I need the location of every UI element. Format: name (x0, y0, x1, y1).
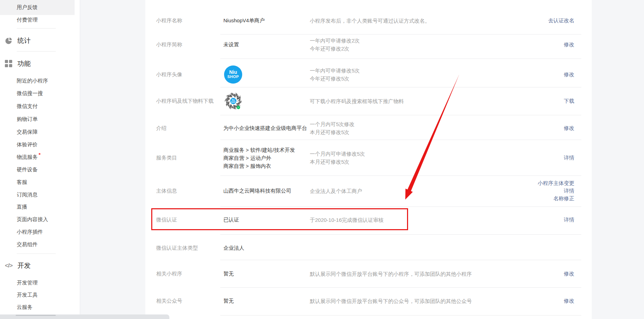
row-label: 相关公众号 (156, 298, 182, 304)
row-actions: 修改 (564, 41, 574, 48)
row-actions: 详情 (564, 216, 574, 224)
row-description: 可下载小程序码及搜索框等线下推广物料 (310, 97, 404, 105)
row-description: 一个月内可5次修改 本月还可修改5次 (310, 120, 354, 136)
row-divider (220, 287, 581, 288)
row-divider (220, 115, 581, 115)
sidebar-section-features[interactable]: 功能 (17, 59, 31, 68)
sidebar-divider-line (80, 0, 80, 319)
modify-link[interactable]: 修改 (564, 71, 574, 78)
row-divider (220, 234, 581, 235)
row-description: 一年内可申请修改5次 今年还可修改5次 (310, 67, 360, 83)
row-value: 企业法人 (223, 245, 244, 251)
sidebar-item-logistics-service[interactable]: 物流服务 (17, 154, 40, 161)
red-dot-badge (39, 153, 40, 155)
row-label: 小程序名称 (156, 17, 182, 24)
sidebar-item-shopping-orders[interactable]: 购物订单 (17, 116, 38, 123)
red-highlight-box (151, 208, 408, 230)
row-actions: 下载 (564, 97, 574, 105)
row-label: 服务类目 (156, 155, 177, 161)
sidebar-section-development[interactable]: 开发 (17, 261, 31, 270)
row-actions: 去认证改名 (548, 17, 574, 24)
row-actions: 小程序主体变更 详情 名称修正 (538, 179, 574, 202)
row-actions: 详情 (564, 154, 574, 162)
sidebar-item-dev-tools[interactable]: 开发工具 (17, 292, 38, 298)
modify-link[interactable]: 修改 (564, 124, 574, 132)
row-divider (220, 207, 581, 207)
sidebar-item-wechat-pay[interactable]: 微信支付 (17, 103, 38, 110)
sidebar-section-statistics[interactable]: 统计 (17, 36, 31, 45)
row-value: Niu SHOP ✓ (224, 92, 243, 110)
row-description: 一年内可申请修改2次 今年还可修改2次 (310, 37, 360, 53)
sidebar-item-wechat-search[interactable]: 微信搜一搜 (17, 90, 43, 97)
row-description: 默认展示同个微信开放平台账号下的小程序，可添加团队的其他小程序 (310, 270, 472, 278)
row-description: 小程序发布后，非个人类账号可通过认证方式改名。 (310, 17, 430, 25)
code-icon: </> (5, 262, 13, 270)
row-divider (220, 87, 581, 87)
row-divider (220, 34, 581, 34)
row-value: 商业服务 > 软件/建站/技术开发 商家自营 > 运动户外 商家自营 > 服饰内… (223, 146, 295, 170)
row-description: 默认展示同个微信开放平台账号下的公众号，可添加团队的其他公众号 (310, 297, 472, 305)
sidebar-item-live-streaming[interactable]: 直播 (17, 204, 27, 210)
sidebar-item-transaction-guarantee[interactable]: 交易保障 (17, 129, 38, 135)
svg-text:Niu: Niu (232, 99, 235, 101)
row-label: 相关小程序 (156, 271, 182, 277)
row-actions: 修改 (564, 297, 574, 305)
rename-via-verification-link[interactable]: 去认证改名 (548, 17, 574, 24)
sidebar-item-transaction-components[interactable]: 交易组件 (17, 241, 38, 248)
scrollbar-thumb[interactable] (16, 315, 56, 316)
sidebar-section-divider (17, 51, 56, 52)
row-actions: 修改 (564, 270, 574, 278)
row-value: 暂无 (223, 271, 234, 277)
pie-chart-icon (5, 37, 13, 45)
row-value: 山西牛之云网络科技有限公司 (223, 188, 291, 194)
row-divider (220, 315, 581, 316)
sidebar: 用户反馈 付费管理 统计 功能 附近的小程序 微信搜一搜 微信支付 购物订单 交… (0, 0, 80, 319)
row-label: 主体信息 (156, 188, 177, 194)
sidebar-item-customer-service[interactable]: 客服 (17, 179, 27, 186)
svg-text:✓: ✓ (237, 106, 239, 109)
sidebar-item-miniprogram-plugins[interactable]: 小程序插件 (17, 229, 43, 235)
sidebar-item-hardware-devices[interactable]: 硬件设备 (17, 166, 38, 173)
row-value: NiushopV4单商户 (223, 17, 264, 24)
sidebar-item-payment-management[interactable]: 付费管理 (17, 17, 38, 23)
svg-text:SHOP: SHOP (231, 101, 236, 103)
miniprogram-qr-code: Niu SHOP ✓ (224, 92, 243, 110)
name-correction-link[interactable]: 名称修正 (538, 195, 574, 202)
row-value: Niu SHOP (224, 65, 242, 84)
sidebar-section-divider (17, 254, 56, 254)
sidebar-item-experience-rating[interactable]: 体验评价 (17, 141, 38, 148)
entity-change-link[interactable]: 小程序主体变更 (538, 179, 574, 187)
row-value: 为中小企业快速搭建企业级电商平台 (223, 125, 307, 132)
row-label: 微信认证主体类型 (156, 245, 198, 251)
modify-link[interactable]: 修改 (564, 270, 574, 278)
row-label: 小程序码及线下物料下载 (156, 98, 214, 104)
grid-icon (5, 60, 13, 68)
miniprogram-avatar-image: Niu SHOP (224, 65, 242, 84)
row-label: 小程序简称 (156, 41, 182, 48)
sidebar-item-subscription-messages[interactable]: 订阅消息 (17, 192, 38, 198)
row-description: 一个月内可申请修改5次 本月还可修改5次 (310, 150, 365, 166)
sidebar-item-cloud-services[interactable]: 云服务 (17, 304, 32, 311)
details-link[interactable]: 详情 (564, 216, 574, 224)
download-link[interactable]: 下载 (564, 97, 574, 105)
details-link[interactable]: 详情 (564, 154, 574, 162)
sidebar-item-page-content-access[interactable]: 页面内容接入 (17, 216, 48, 223)
sidebar-item-dev-management[interactable]: 开发管理 (17, 280, 38, 286)
sidebar-item-user-feedback[interactable]: 用户反馈 (17, 4, 38, 11)
row-value: 未设置 (223, 41, 239, 48)
row-description: 企业法人及个体工商户 (310, 187, 362, 195)
row-label: 介绍 (156, 125, 167, 132)
horizontal-scrollbar[interactable] (0, 314, 169, 319)
row-divider (220, 176, 581, 176)
modify-link[interactable]: 修改 (564, 297, 574, 305)
row-actions: 修改 (564, 124, 574, 132)
details-link[interactable]: 详情 (538, 187, 574, 195)
sidebar-item-nearby-miniprograms[interactable]: 附近的小程序 (17, 78, 48, 84)
row-divider (220, 140, 581, 140)
sidebar-section-divider (17, 28, 56, 29)
row-actions: 修改 (564, 71, 574, 78)
modify-link[interactable]: 修改 (564, 41, 574, 48)
row-label: 小程序头像 (156, 71, 182, 78)
row-divider (220, 59, 581, 59)
row-divider (220, 260, 581, 260)
